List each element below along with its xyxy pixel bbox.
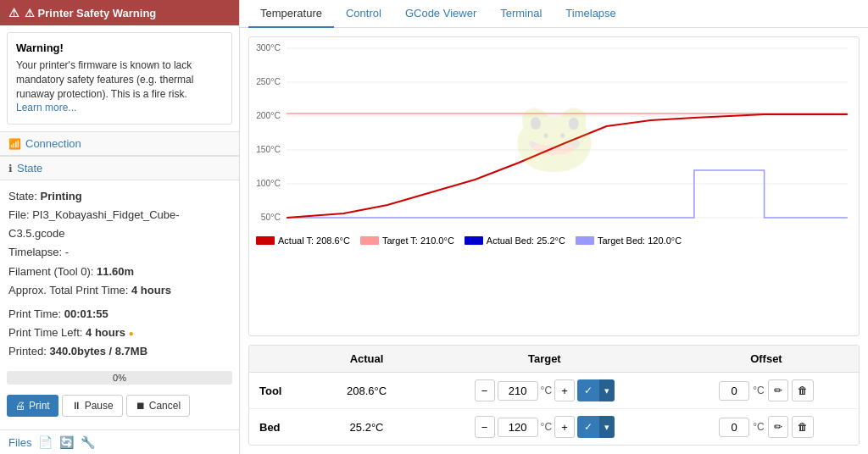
file-line: File: PI3_Kobayashi_Fidget_Cube-C3.5.gco… <box>8 206 231 243</box>
bed-offset: °C ✏ 🗑 <box>674 409 859 446</box>
tool-offset-edit[interactable]: ✏ <box>768 379 788 401</box>
bed-actual: 25.2°C <box>318 409 415 446</box>
legend-target-t-color <box>360 236 379 245</box>
tabs-bar: Temperature Control GCode Viewer Termina… <box>240 0 868 28</box>
warning-body: Your printer's firmware is known to lack… <box>16 58 223 115</box>
warning-header: ⚠ ⚠ Printer Safety Warning <box>0 0 239 25</box>
tab-terminal[interactable]: Terminal <box>488 0 554 28</box>
info-icon: ℹ <box>8 163 13 174</box>
files-bar: Files 📄 🔄 🔧 <box>0 429 239 454</box>
filament-line: Filament (Tool 0): 11.60m <box>8 263 231 281</box>
state-value-line: State: Printing <box>8 187 231 206</box>
new-file-icon[interactable]: 📄 <box>38 435 53 449</box>
printed-line: Printed: 340.0bytes / 8.7MB <box>8 342 231 361</box>
warning-header-text: ⚠ Printer Safety Warning <box>25 7 156 19</box>
bed-target-plus[interactable]: + <box>554 416 575 438</box>
temperature-chart-container: 🐸 300°C 250°C 200°C 150°C 100°C 50°C <box>248 36 860 336</box>
pause-icon: ⏸ <box>71 400 81 412</box>
refresh-icon[interactable]: 🔄 <box>59 435 74 449</box>
print-time-left-value: 4 hours <box>86 326 125 339</box>
table-header-row: Actual Target Offset <box>249 346 859 373</box>
wrench-icon[interactable]: 🔧 <box>81 435 95 449</box>
tool-offset-delete[interactable]: 🗑 <box>792 379 814 401</box>
legend-target-bed: Target Bed: 120.0°C <box>576 235 682 246</box>
bed-confirm-button[interactable]: ✓ <box>577 416 599 438</box>
cancel-button[interactable]: ⏹ Cancel <box>126 395 190 417</box>
state-label: State <box>17 162 42 174</box>
bed-target-input[interactable] <box>498 418 538 437</box>
bed-confirm-dropdown[interactable]: ▾ <box>599 416 615 438</box>
svg-text:300°C: 300°C <box>256 44 281 53</box>
svg-text:100°C: 100°C <box>256 179 281 188</box>
table-row-bed: Bed 25.2°C − °C + ✓ ▾ <box>249 409 859 446</box>
table-row-tool: Tool 208.6°C − °C + ✓ ▾ <box>249 373 859 409</box>
tab-content: 🐸 300°C 250°C 200°C 150°C 100°C 50°C <box>240 28 868 454</box>
print-time-value: 00:01:55 <box>64 307 108 320</box>
tab-gcode-viewer[interactable]: GCode Viewer <box>393 0 488 28</box>
bed-offset-delete[interactable]: 🗑 <box>792 416 814 438</box>
bed-offset-group: °C ✏ 🗑 <box>684 416 849 438</box>
warning-title: Warning! <box>16 42 223 54</box>
connection-icon: 📶 <box>8 138 21 150</box>
tool-confirm-dropdown[interactable]: ▾ <box>599 379 615 401</box>
chart-area: 🐸 300°C 250°C 200°C 150°C 100°C 50°C <box>256 44 852 230</box>
legend-target-t: Target T: 210.0°C <box>360 235 454 246</box>
tool-offset-input[interactable] <box>719 381 749 401</box>
legend-target-t-label: Target T: 210.0°C <box>382 235 454 246</box>
temp-data-table: Actual Target Offset Tool 208.6°C − <box>249 346 859 445</box>
chart-svg: 300°C 250°C 200°C 150°C 100°C 50°C <box>256 44 852 230</box>
svg-text:250°C: 250°C <box>256 77 281 86</box>
bed-target-unit: °C <box>541 421 552 433</box>
bed-target-minus[interactable]: − <box>475 416 495 438</box>
tool-confirm-button[interactable]: ✓ <box>577 379 599 401</box>
tool-offset-group: °C ✏ 🗑 <box>684 379 849 401</box>
tab-control[interactable]: Control <box>334 0 393 28</box>
legend-actual-t: Actual T: 208.6°C <box>256 235 350 246</box>
timelapse-line: Timelapse: - <box>8 243 231 262</box>
filament-value: 11.60m <box>97 265 134 278</box>
svg-text:150°C: 150°C <box>256 145 281 154</box>
bed-confirm-group: ✓ ▾ <box>577 416 615 438</box>
tab-timelapse[interactable]: Timelapse <box>554 0 627 28</box>
svg-text:50°C: 50°C <box>261 213 281 222</box>
col-header-target: Target <box>415 346 674 373</box>
print-button[interactable]: 🖨 Print <box>7 395 58 417</box>
learn-more-link[interactable]: Learn more... <box>16 102 76 114</box>
tool-target-input[interactable] <box>498 381 538 401</box>
tool-name: Tool <box>249 373 318 409</box>
state-section-header[interactable]: ℹ State <box>0 156 239 180</box>
bed-target: − °C + ✓ ▾ <box>415 409 674 446</box>
sidebar: ⚠ ⚠ Printer Safety Warning Warning! Your… <box>0 0 240 454</box>
legend-actual-bed-label: Actual Bed: 25.2°C <box>487 235 565 246</box>
dot-icon: ● <box>129 329 134 338</box>
svg-text:200°C: 200°C <box>256 111 281 120</box>
bed-offset-input[interactable] <box>719 418 749 437</box>
connection-section-header[interactable]: 📶 Connection <box>0 131 239 156</box>
print-icon: 🖨 <box>15 400 25 412</box>
tool-target-unit: °C <box>541 385 552 396</box>
legend-actual-bed-color <box>465 236 483 245</box>
warning-box: Warning! Your printer's firmware is know… <box>7 32 232 125</box>
connection-label: Connection <box>25 137 81 150</box>
pause-button[interactable]: ⏸ Pause <box>62 395 123 417</box>
legend-actual-bed: Actual Bed: 25.2°C <box>465 235 565 246</box>
total-print-time-line: Approx. Total Print Time: 4 hours <box>8 281 231 300</box>
tab-temperature[interactable]: Temperature <box>248 0 334 28</box>
print-time-left-line: Print Time Left: 4 hours ● <box>8 324 231 342</box>
action-buttons: 🖨 Print ⏸ Pause ⏹ Cancel <box>0 390 239 422</box>
main-content: Temperature Control GCode Viewer Termina… <box>240 0 868 454</box>
progress-bar-container: 0% <box>7 371 232 385</box>
files-label[interactable]: Files <box>8 436 31 449</box>
tool-target-plus[interactable]: + <box>554 379 575 401</box>
legend-actual-t-label: Actual T: 208.6°C <box>278 235 350 246</box>
printed-value: 340.0bytes / 8.7MB <box>49 345 147 357</box>
col-header-offset: Offset <box>674 346 859 373</box>
warning-icon: ⚠ <box>8 6 19 19</box>
tool-target-minus[interactable]: − <box>475 379 495 401</box>
tool-confirm-group: ✓ ▾ <box>577 379 615 401</box>
bed-target-input-group: − °C + ✓ ▾ <box>426 416 664 438</box>
print-time-line: Print Time: 00:01:55 <box>8 305 231 324</box>
bed-offset-edit[interactable]: ✏ <box>768 416 788 438</box>
progress-text: 0% <box>7 371 232 385</box>
tool-offset: °C ✏ 🗑 <box>674 373 859 409</box>
